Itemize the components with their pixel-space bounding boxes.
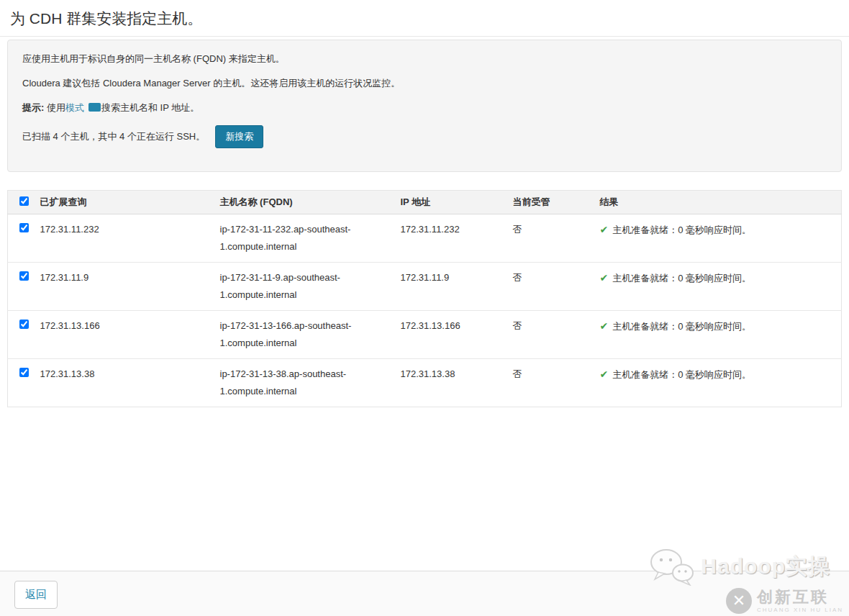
row-checkbox[interactable] <box>19 271 29 281</box>
cell-query: 172.31.13.38 <box>40 359 220 407</box>
scan-status-text: 已扫描 4 个主机，其中 4 个正在运行 SSH。 <box>22 126 205 148</box>
table-row: 172.31.13.38 ip-172-31-13-38.ap-southeas… <box>8 359 842 407</box>
host-table: 已扩展查询 主机名称 (FQDN) IP 地址 当前受管 结果 172.31.1… <box>7 190 842 407</box>
table-row: 172.31.11.9 ip-172-31-11-9.ap-southeast-… <box>8 263 842 311</box>
cell-managed: 否 <box>513 359 600 407</box>
cell-ip: 172.31.13.38 <box>401 359 513 407</box>
video-icon[interactable] <box>88 103 101 112</box>
cell-managed: 否 <box>513 311 600 359</box>
pattern-link[interactable]: 模式 <box>65 102 84 113</box>
tip-text-post: 搜索主机名和 IP 地址。 <box>101 102 199 113</box>
info-line-tip: 提示: 使用模式搜索主机名和 IP 地址。 <box>22 101 827 115</box>
column-header-ip: IP 地址 <box>401 191 513 214</box>
info-line-fqdn: 应使用主机用于标识自身的同一主机名称 (FQDN) 来指定主机。 <box>22 52 827 66</box>
cell-result: ✔主机准备就绪：0 毫秒响应时间。 <box>600 214 842 263</box>
row-checkbox[interactable] <box>19 368 29 377</box>
cell-result: ✔主机准备就绪：0 毫秒响应时间。 <box>600 263 842 311</box>
cell-fqdn: ip-172-31-11-9.ap-southeast-1.compute.in… <box>220 263 401 311</box>
success-check-icon: ✔ <box>600 272 609 284</box>
column-header-managed: 当前受管 <box>513 191 600 214</box>
success-check-icon: ✔ <box>600 368 609 380</box>
host-table-body: 172.31.11.232 ip-172-31-11-232.ap-southe… <box>8 214 842 407</box>
cell-result: ✔主机准备就绪：0 毫秒响应时间。 <box>600 359 842 407</box>
cell-fqdn: ip-172-31-11-232.ap-southeast-1.compute.… <box>220 214 401 263</box>
cell-fqdn: ip-172-31-13-38.ap-southeast-1.compute.i… <box>220 359 401 407</box>
tip-text-pre: 使用 <box>44 102 65 113</box>
page-title: 为 CDH 群集安装指定主机。 <box>0 0 849 37</box>
tip-label: 提示: <box>22 102 44 113</box>
table-row: 172.31.11.232 ip-172-31-11-232.ap-southe… <box>8 214 842 263</box>
cell-ip: 172.31.11.232 <box>401 214 513 263</box>
table-header-row: 已扩展查询 主机名称 (FQDN) IP 地址 当前受管 结果 <box>8 191 842 214</box>
result-text: 主机准备就绪：0 毫秒响应时间。 <box>612 273 751 284</box>
footer-bar: 返回 <box>0 571 849 616</box>
cell-managed: 否 <box>513 263 600 311</box>
cell-query: 172.31.13.166 <box>40 311 220 359</box>
cell-ip: 172.31.11.9 <box>401 263 513 311</box>
back-button[interactable]: 返回 <box>14 581 58 609</box>
result-text: 主机准备就绪：0 毫秒响应时间。 <box>612 321 751 332</box>
cell-query: 172.31.11.232 <box>40 214 220 263</box>
cell-result: ✔主机准备就绪：0 毫秒响应时间。 <box>600 311 842 359</box>
info-box: 应使用主机用于标识自身的同一主机名称 (FQDN) 来指定主机。 Clouder… <box>7 40 842 172</box>
cell-ip: 172.31.13.166 <box>401 311 513 359</box>
success-check-icon: ✔ <box>600 320 609 332</box>
row-checkbox[interactable] <box>19 320 29 329</box>
new-search-button[interactable]: 新搜索 <box>215 125 263 148</box>
column-header-fqdn: 主机名称 (FQDN) <box>220 191 401 214</box>
cell-fqdn: ip-172-31-13-166.ap-southeast-1.compute.… <box>220 311 401 359</box>
result-text: 主机准备就绪：0 毫秒响应时间。 <box>612 369 751 380</box>
row-checkbox[interactable] <box>19 223 29 232</box>
cell-query: 172.31.11.9 <box>40 263 220 311</box>
scan-status-row: 已扫描 4 个主机，其中 4 个正在运行 SSH。 新搜索 <box>22 125 827 148</box>
success-check-icon: ✔ <box>600 224 609 235</box>
column-header-query: 已扩展查询 <box>40 191 220 214</box>
info-line-recommendation: Cloudera 建议包括 Cloudera Manager Server 的主… <box>22 76 827 91</box>
select-all-checkbox[interactable] <box>19 196 29 206</box>
column-header-result: 结果 <box>600 191 842 214</box>
table-row: 172.31.13.166 ip-172-31-13-166.ap-southe… <box>8 311 842 359</box>
cell-managed: 否 <box>513 214 600 263</box>
result-text: 主机准备就绪：0 毫秒响应时间。 <box>612 225 751 235</box>
